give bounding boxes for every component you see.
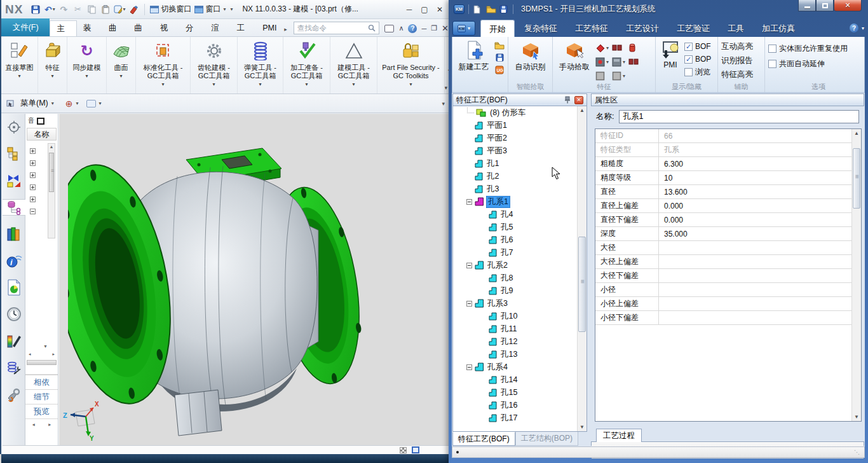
navigator-section-相依[interactable]: 相依	[25, 375, 58, 390]
collapse-ribbon-icon[interactable]: ∧	[398, 24, 403, 32]
gray-box-icon[interactable]: ▾	[612, 71, 628, 81]
clock-icon[interactable]	[4, 306, 24, 322]
resize-grip[interactable]: ⋱	[854, 449, 860, 455]
property-value[interactable]	[659, 269, 861, 282]
new-doc-icon[interactable]	[473, 5, 482, 14]
tab-工艺验证[interactable]: 工艺验证	[668, 20, 718, 37]
tree-item[interactable]: 孔15	[453, 386, 587, 399]
scrollbar-thumb[interactable]	[49, 153, 54, 192]
tree-item[interactable]: 孔12	[453, 335, 587, 348]
collapse-icon[interactable]	[466, 364, 472, 370]
property-value[interactable]: 66	[659, 129, 861, 142]
ribbon-group-10[interactable]: Part File Security -GC Toolkits▾	[377, 37, 445, 93]
property-value[interactable]: 0.000	[659, 213, 861, 226]
aux-button-识别报告[interactable]: 识别报告	[721, 55, 753, 66]
tree-item[interactable]: (8) 仿形车	[453, 106, 587, 119]
pin-icon[interactable]	[563, 96, 572, 104]
name-input[interactable]: 孔系1	[619, 110, 859, 123]
navigator-section-预览[interactable]: 预览	[25, 404, 58, 419]
tab-overflow-icon[interactable]: ▸	[283, 26, 290, 36]
property-value[interactable]	[659, 241, 861, 254]
tab-工具[interactable]: 工具	[231, 20, 256, 36]
tab-PMI[interactable]: PMI	[256, 20, 283, 36]
tree-item[interactable]: 孔10	[453, 310, 587, 322]
pmi-button[interactable]: PMI	[659, 39, 682, 83]
navigator-window-icon[interactable]	[37, 118, 44, 125]
tree-item[interactable]: 孔7	[453, 246, 587, 259]
maximize-button[interactable]	[816, 0, 834, 11]
tree-item[interactable]: 孔6	[453, 233, 587, 246]
mdi-minimize-icon[interactable]: ─	[421, 25, 426, 32]
clean-icon[interactable]	[128, 4, 139, 15]
property-value[interactable]	[659, 283, 861, 296]
tab-视图[interactable]: 视图	[154, 20, 179, 36]
expand-icon[interactable]	[30, 184, 36, 190]
aux-button-互动高亮[interactable]: 互动高亮	[721, 41, 753, 52]
minimize-button[interactable]	[798, 0, 816, 11]
switch-window-button[interactable]: 切换窗口	[150, 4, 191, 15]
tree-item[interactable]: 孔系4	[453, 361, 587, 373]
tools-icon[interactable]	[4, 386, 24, 403]
tree-item[interactable]: 孔17	[453, 411, 587, 424]
maroon-pair-icon[interactable]	[628, 58, 645, 66]
close-button[interactable]: ✕	[834, 0, 862, 11]
tree-item[interactable]: 孔5	[453, 221, 587, 233]
copy-icon[interactable]	[86, 4, 97, 15]
tab-渲染[interactable]: 渲染	[205, 20, 230, 36]
redo-icon[interactable]: ↷	[58, 4, 69, 15]
auto-recognize-button[interactable]: 自动识别	[512, 39, 549, 83]
property-value[interactable]: 孔系	[659, 143, 861, 156]
property-value[interactable]: 0.000	[659, 199, 861, 212]
part-navigator-icon[interactable]	[3, 199, 25, 216]
tab-加工仿真[interactable]: 加工仿真	[754, 20, 803, 37]
3d-viewport[interactable]: Z X Y	[58, 114, 449, 445]
scroll-down-icon[interactable]: ▼	[43, 344, 48, 349]
save-icon[interactable]	[499, 5, 509, 14]
performance-flag-icon[interactable]	[400, 447, 407, 453]
tree-item[interactable]: 孔系2	[453, 259, 587, 272]
tab-复杂特征[interactable]: 复杂特征	[516, 20, 566, 37]
tab-工艺设计[interactable]: 工艺设计	[618, 20, 667, 37]
help-icon[interactable]: ?	[408, 24, 417, 33]
cut-icon[interactable]: ✂	[72, 4, 83, 15]
tab-工具[interactable]: 工具	[719, 20, 752, 37]
report-doc-icon[interactable]	[4, 279, 24, 296]
dark-box-icon[interactable]: ▾	[612, 57, 628, 67]
mdi-restore-icon[interactable]: ❐	[431, 24, 437, 32]
red-diamond-icon[interactable]: ▾	[595, 43, 612, 53]
tree-item[interactable]: 孔13	[453, 348, 587, 361]
paste-icon[interactable]	[100, 4, 111, 15]
property-value[interactable]	[659, 255, 861, 268]
process-tab[interactable]: 工艺过程	[596, 429, 642, 442]
window-mode-icon[interactable]	[412, 446, 419, 453]
tree-item[interactable]: 平面1	[453, 119, 587, 132]
mdi-close-icon[interactable]: ✕	[442, 24, 449, 33]
ribbon-group-7[interactable]: 弹簧工具 -GC工具箱▾	[238, 37, 283, 93]
navigator-section-细节[interactable]: 细节	[25, 390, 58, 404]
expand-icon[interactable]	[30, 172, 36, 178]
scrollbar-thumb[interactable]	[578, 237, 586, 332]
3d-model-ball-valve[interactable]	[68, 132, 424, 437]
km-application-button[interactable]: KM▾	[452, 21, 475, 36]
collapse-icon[interactable]	[30, 209, 36, 214]
tab-file[interactable]: 文件(F)	[1, 18, 50, 36]
journal-icon[interactable]	[4, 359, 24, 376]
scrollbar-thumb[interactable]	[853, 148, 860, 209]
chevron-down-icon[interactable]: ▾	[862, 25, 864, 31]
tree-item[interactable]: 孔系1	[453, 195, 587, 208]
property-value[interactable]	[659, 297, 861, 310]
tab-曲面[interactable]: 曲面	[128, 20, 153, 36]
save-icon[interactable]	[494, 53, 505, 62]
tree-item[interactable]: 孔4	[453, 208, 587, 221]
ribbon-group-6[interactable]: 齿轮建模 -GC工具箱▾	[191, 37, 238, 93]
tree-item[interactable]: 孔9	[453, 284, 587, 297]
maximize-button[interactable]: ▢	[419, 5, 430, 14]
open-folder-icon[interactable]	[494, 41, 505, 50]
tree-item[interactable]: 孔系3	[453, 297, 587, 310]
visual-report-icon[interactable]	[4, 333, 24, 349]
screenshot-icon[interactable]: ▾	[114, 4, 125, 15]
navigator-tree[interactable]: ▲ ▼ ◂▸	[25, 141, 58, 375]
red-cylinder-icon[interactable]	[628, 43, 645, 53]
aux-button-特征高亮[interactable]: 特征高亮	[721, 69, 753, 80]
tree-item[interactable]: 孔14	[453, 373, 587, 386]
